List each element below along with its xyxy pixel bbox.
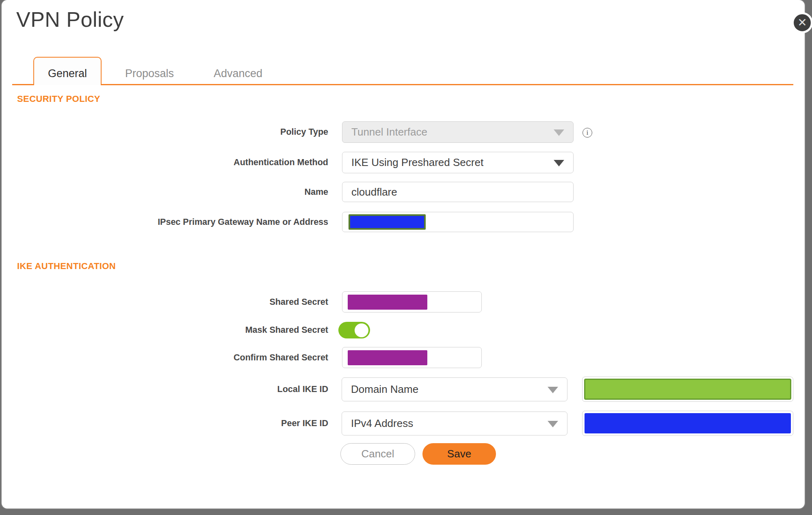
chevron-down-icon bbox=[554, 129, 564, 136]
auth-method-value: IKE Using Preshared Secret bbox=[351, 156, 483, 169]
local-ike-id-value-input[interactable] bbox=[582, 377, 793, 402]
tab-advanced[interactable]: Advanced bbox=[206, 57, 271, 85]
page-title: VPN Policy bbox=[16, 7, 124, 32]
mask-shared-secret-label: Mask Shared Secret bbox=[0, 325, 328, 335]
tab-proposals[interactable]: Proposals bbox=[117, 57, 182, 85]
auth-method-label: Authentication Method bbox=[0, 157, 328, 168]
close-button[interactable]: ✕ bbox=[792, 12, 812, 33]
peer-ike-id-value: IPv4 Address bbox=[351, 417, 413, 430]
confirm-shared-secret-label: Confirm Shared Secret bbox=[0, 352, 328, 363]
mask-shared-secret-toggle[interactable] bbox=[338, 322, 370, 338]
peer-ike-id-redaction-block bbox=[585, 413, 791, 433]
save-button[interactable]: Save bbox=[422, 443, 496, 465]
chevron-down-icon bbox=[548, 421, 558, 427]
info-icon[interactable]: i bbox=[582, 128, 592, 138]
gateway-redaction-block bbox=[349, 214, 426, 230]
policy-type-value: Tunnel Interface bbox=[351, 126, 427, 138]
gateway-label: IPsec Primary Gateway Name or Address bbox=[0, 217, 328, 227]
chevron-down-icon bbox=[554, 160, 564, 166]
local-ike-id-redaction-block bbox=[584, 379, 791, 400]
tab-general-label: General bbox=[48, 67, 87, 80]
section-heading-ike-authentication: IKE AUTHENTICATION bbox=[17, 261, 116, 272]
tab-general[interactable]: General bbox=[33, 57, 102, 85]
peer-ike-id-label: Peer IKE ID bbox=[0, 418, 328, 429]
name-label: Name bbox=[0, 187, 328, 197]
chevron-down-icon bbox=[548, 387, 558, 393]
policy-type-label: Policy Type bbox=[0, 127, 328, 137]
close-icon: ✕ bbox=[797, 17, 807, 28]
auth-method-select[interactable]: IKE Using Preshared Secret bbox=[342, 152, 574, 173]
confirm-shared-secret-redaction-block bbox=[348, 350, 427, 365]
cancel-button-label: Cancel bbox=[362, 448, 394, 460]
save-button-label: Save bbox=[447, 448, 471, 460]
cancel-button[interactable]: Cancel bbox=[340, 443, 415, 465]
local-ike-id-value: Domain Name bbox=[351, 383, 418, 396]
peer-ike-id-select[interactable]: IPv4 Address bbox=[342, 412, 567, 435]
confirm-shared-secret-input[interactable] bbox=[342, 347, 482, 368]
name-input[interactable]: cloudflare bbox=[342, 182, 574, 202]
section-heading-security-policy: SECURITY POLICY bbox=[17, 94, 100, 104]
name-value: cloudflare bbox=[351, 186, 397, 198]
local-ike-id-label: Local IKE ID bbox=[0, 384, 328, 394]
toggle-knob bbox=[355, 323, 368, 337]
tab-proposals-label: Proposals bbox=[125, 67, 174, 80]
policy-type-select: Tunnel Interface bbox=[342, 121, 574, 143]
shared-secret-label: Shared Secret bbox=[0, 297, 328, 307]
peer-ike-id-value-input[interactable] bbox=[582, 411, 793, 436]
shared-secret-redaction-block bbox=[348, 295, 427, 310]
tab-advanced-label: Advanced bbox=[214, 67, 262, 80]
gateway-input[interactable] bbox=[342, 212, 574, 232]
shared-secret-input[interactable] bbox=[342, 291, 482, 312]
local-ike-id-select[interactable]: Domain Name bbox=[342, 377, 567, 401]
